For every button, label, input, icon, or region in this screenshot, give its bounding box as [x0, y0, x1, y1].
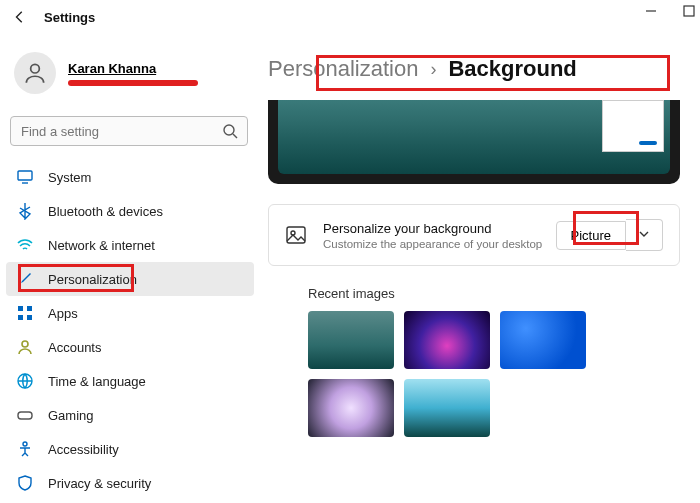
sidebar-item-time[interactable]: Time & language [6, 364, 254, 398]
personalize-background-card: Personalize your background Customize th… [268, 204, 680, 266]
svg-point-11 [22, 341, 28, 347]
card-title: Personalize your background [323, 221, 556, 236]
sidebar-item-system[interactable]: System [6, 160, 254, 194]
breadcrumb-parent[interactable]: Personalization [268, 56, 418, 82]
search-icon [222, 123, 238, 139]
svg-rect-15 [287, 227, 305, 243]
sidebar-item-label: Apps [48, 306, 78, 321]
breadcrumb-current: Background [448, 56, 576, 82]
sidebar-item-apps[interactable]: Apps [6, 296, 254, 330]
sidebar-item-network[interactable]: Network & internet [6, 228, 254, 262]
accessibility-icon [16, 440, 34, 458]
recent-images-label: Recent images [308, 286, 680, 301]
preview-window [602, 100, 664, 152]
sidebar-item-accessibility[interactable]: Accessibility [6, 432, 254, 466]
sidebar-item-label: Bluetooth & devices [48, 204, 163, 219]
maximize-icon[interactable] [682, 4, 696, 18]
person-icon [16, 338, 34, 356]
recent-image-thumb[interactable] [308, 311, 394, 369]
paint-icon [16, 270, 34, 288]
recent-image-thumb[interactable] [404, 379, 490, 437]
svg-rect-1 [684, 6, 694, 16]
recent-image-thumb[interactable] [404, 311, 490, 369]
wifi-icon [16, 236, 34, 254]
svg-point-3 [224, 125, 234, 135]
window-title: Settings [44, 10, 95, 25]
svg-rect-10 [27, 315, 32, 320]
globe-icon [16, 372, 34, 390]
svg-rect-8 [27, 306, 32, 311]
avatar [14, 52, 56, 94]
svg-rect-9 [18, 315, 23, 320]
chevron-down-icon[interactable] [626, 219, 663, 251]
redacted-email [68, 80, 198, 86]
sidebar-item-label: Accessibility [48, 442, 119, 457]
sidebar-item-gaming[interactable]: Gaming [6, 398, 254, 432]
shield-icon [16, 474, 34, 492]
chevron-right-icon: › [430, 59, 436, 80]
profile-name: Karan Khanna [68, 61, 198, 76]
sidebar-item-label: Time & language [48, 374, 146, 389]
background-type-dropdown[interactable]: Picture [556, 221, 626, 250]
gamepad-icon [16, 406, 34, 424]
svg-rect-5 [18, 171, 32, 180]
sidebar-item-label: Gaming [48, 408, 94, 423]
svg-point-2 [31, 64, 40, 73]
svg-rect-7 [18, 306, 23, 311]
svg-line-4 [233, 134, 237, 138]
bluetooth-icon [16, 202, 34, 220]
sidebar-item-label: Privacy & security [48, 476, 151, 491]
sidebar-item-personalization[interactable]: Personalization [6, 262, 254, 296]
profile-block[interactable]: Karan Khanna [6, 42, 254, 112]
svg-point-14 [23, 442, 27, 446]
breadcrumb: Personalization › Background [260, 52, 700, 100]
sidebar-item-privacy[interactable]: Privacy & security [6, 466, 254, 500]
svg-rect-13 [18, 412, 32, 419]
card-subtitle: Customize the appearance of your desktop [323, 238, 556, 250]
minimize-icon[interactable] [644, 4, 658, 18]
back-button[interactable] [10, 7, 30, 27]
sidebar-item-accounts[interactable]: Accounts [6, 330, 254, 364]
sidebar-item-label: Network & internet [48, 238, 155, 253]
sidebar-item-bluetooth[interactable]: Bluetooth & devices [6, 194, 254, 228]
background-preview [268, 100, 680, 184]
monitor-icon [16, 168, 34, 186]
picture-icon [285, 224, 307, 246]
sidebar-item-label: System [48, 170, 91, 185]
recent-image-thumb[interactable] [500, 311, 586, 369]
sidebar-item-label: Accounts [48, 340, 101, 355]
search-input[interactable] [10, 116, 248, 146]
recent-image-thumb[interactable] [308, 379, 394, 437]
sidebar-item-label: Personalization [48, 272, 137, 287]
apps-icon [16, 304, 34, 322]
